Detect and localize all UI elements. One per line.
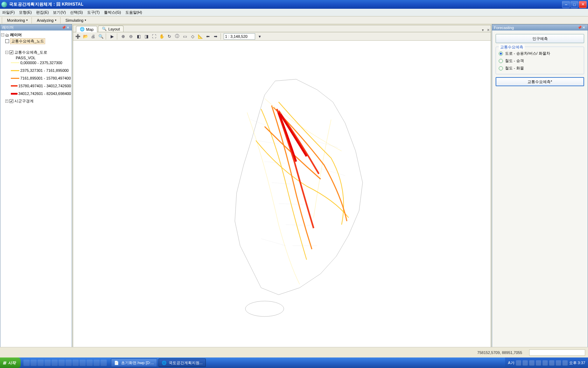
map-icon: 🌐: [80, 27, 85, 32]
close-icon[interactable]: ✕: [66, 26, 70, 29]
ime-indicator[interactable]: A갸: [508, 360, 514, 366]
close-button[interactable]: ✕: [579, 1, 587, 8]
tray-icon[interactable]: [523, 360, 528, 366]
ql-icon[interactable]: [51, 360, 58, 366]
menu-select[interactable]: 선택(S): [70, 10, 83, 15]
ql-icon[interactable]: [86, 360, 93, 366]
tab-layout[interactable]: 🔍Layout: [98, 26, 124, 32]
forecast-panel-header[interactable]: Forecasting 📌 ✕: [492, 25, 588, 30]
select-icon[interactable]: ▭: [182, 33, 188, 40]
pin-icon[interactable]: 📌: [578, 26, 582, 29]
close-tab-icon[interactable]: ✕: [486, 28, 491, 32]
menu-toolbox[interactable]: 툴박스(G): [104, 10, 121, 15]
ql-icon[interactable]: [37, 360, 44, 366]
start-button[interactable]: ⊞시작: [0, 357, 21, 368]
radio-rail-freight[interactable]: 철도 - 화물: [499, 64, 581, 72]
layer-panel: 레이어 📌 ✕ −🗂레이어 교통수요예측_노드 −✔교통수요예측_도로 PASS…: [0, 24, 72, 357]
menu-help[interactable]: 도움말(H): [125, 10, 142, 15]
group-label: 교통수요예측: [499, 45, 525, 50]
pointer-icon[interactable]: ▶: [109, 33, 115, 40]
forecast-panel-title: Forecasting: [494, 26, 578, 30]
windows-icon: ⊞: [3, 361, 6, 365]
tray-icon[interactable]: [562, 360, 568, 366]
find-icon[interactable]: 🔍: [98, 33, 104, 40]
checkbox[interactable]: ✔: [9, 99, 13, 103]
tray-icon[interactable]: [516, 360, 521, 366]
map-canvas[interactable]: [73, 41, 491, 349]
traffic-forecast-group: 교통수요예측 도로 - 승용차/버스/ 화물차 철도 - 승객 철도 - 화물: [496, 47, 584, 74]
back-icon[interactable]: ⬅: [205, 33, 211, 40]
population-forecast-button[interactable]: 인구예측: [496, 34, 584, 43]
open-icon[interactable]: 📂: [82, 33, 89, 40]
clear-selection-icon[interactable]: ◇: [189, 33, 196, 40]
zoom-out-icon[interactable]: ⊖: [128, 33, 134, 40]
ql-icon[interactable]: [100, 360, 107, 366]
menu-file[interactable]: 파일(F): [2, 10, 15, 15]
ql-icon[interactable]: [30, 360, 37, 366]
tray-icon[interactable]: [536, 360, 541, 366]
pan-icon[interactable]: ✋: [159, 33, 165, 40]
radio-road[interactable]: 도로 - 승용차/버스/ 화물차: [499, 50, 581, 57]
tray-icon[interactable]: [549, 360, 554, 366]
menu-view[interactable]: 보기(V): [53, 10, 66, 15]
layer-road[interactable]: 교통수요예측_도로: [14, 50, 47, 55]
print-icon[interactable]: 🖨: [90, 33, 96, 40]
expander-icon[interactable]: −: [1, 33, 4, 36]
checkbox[interactable]: [5, 39, 9, 43]
expander-icon[interactable]: +: [5, 100, 8, 103]
dropdown-icon[interactable]: ▾: [480, 28, 485, 32]
traffic-forecast-button[interactable]: 교통수요예측*: [496, 77, 584, 86]
close-icon[interactable]: ✕: [582, 26, 586, 29]
fixed-zoom-in-icon[interactable]: ◧: [135, 33, 142, 40]
svg-point-0: [245, 301, 284, 316]
pin-icon[interactable]: 📌: [62, 26, 66, 29]
ql-icon[interactable]: [79, 360, 86, 366]
ql-icon[interactable]: [93, 360, 100, 366]
add-data-icon[interactable]: ➕: [75, 33, 81, 40]
module-analyzing[interactable]: Analyzing▾: [34, 17, 59, 23]
measure-icon[interactable]: 📐: [197, 33, 203, 40]
layer-panel-header[interactable]: 레이어 📌 ✕: [0, 25, 72, 30]
layers-root-icon: 🗂: [5, 33, 9, 37]
layer-node[interactable]: 교통수요예측_노드: [10, 38, 45, 44]
taskbar-tasks: 📄초기화면.hwp [D:... 🌐국토공간계획지원...: [110, 359, 505, 367]
identify-icon[interactable]: ⓘ: [174, 33, 180, 40]
tab-map[interactable]: 🌐Map: [76, 26, 97, 32]
menu-model[interactable]: 모형(E): [19, 10, 32, 15]
module-monitoring[interactable]: Monitoring▾: [4, 17, 30, 23]
maximize-button[interactable]: □: [570, 1, 578, 8]
scale-input[interactable]: 1 : 3,148,520: [224, 33, 255, 40]
ql-icon[interactable]: [72, 360, 79, 366]
clock[interactable]: 오후 3:37: [569, 360, 585, 366]
windows-taskbar: ⊞시작 📄초기화면.hwp [D:... 🌐국토공간계획지원... A갸 오후 …: [0, 357, 588, 368]
refresh-icon[interactable]: ↻: [166, 33, 173, 40]
checkbox[interactable]: ✔: [9, 50, 13, 54]
ql-icon[interactable]: [58, 360, 65, 366]
legend-range: 0,000000 - 2375,327300: [20, 61, 62, 65]
tray-icon[interactable]: [529, 360, 534, 366]
tray-icon[interactable]: [556, 360, 561, 366]
layer-tree[interactable]: −🗂레이어 교통수요예측_노드 −✔교통수요예측_도로 PASS_VOL 0,0…: [0, 30, 72, 357]
zoom-in-icon[interactable]: ⊕: [120, 33, 126, 40]
taskbar-item[interactable]: 🌐국토공간계획지원...: [159, 359, 206, 367]
ql-icon[interactable]: [44, 360, 51, 366]
tray-icon[interactable]: [542, 360, 548, 366]
menu-edit[interactable]: 편집(E): [36, 10, 49, 15]
menu-tool[interactable]: 도구(T): [87, 10, 100, 15]
legend-range: 2375,327301 - 7161,895000: [20, 68, 69, 73]
legend-swatch: [11, 85, 18, 87]
minimize-button[interactable]: ‒: [562, 1, 570, 8]
radio-rail-passenger[interactable]: 철도 - 승객: [499, 57, 581, 64]
expander-icon[interactable]: −: [5, 51, 8, 54]
full-extent-icon[interactable]: ⛶: [151, 33, 157, 40]
ql-icon[interactable]: [65, 360, 72, 366]
fixed-zoom-out-icon[interactable]: ◨: [143, 33, 149, 40]
map-container: 🌐Map 🔍Layout ▾ ✕ ➕ 📂 🖨 🔍 ▶ ⊕ ⊖ ◧ ◨ ⛶ ✋ ↻…: [73, 25, 491, 357]
forward-icon[interactable]: ➡: [212, 33, 219, 40]
module-simulating[interactable]: Simulating▾: [63, 17, 89, 23]
taskbar-item[interactable]: 📄초기화면.hwp [D:...: [111, 359, 157, 367]
layer-boundary[interactable]: 시군구경계: [14, 98, 34, 104]
separator: [60, 17, 62, 23]
chevron-down-icon[interactable]: ▾: [257, 33, 263, 40]
ql-icon[interactable]: [23, 360, 30, 366]
